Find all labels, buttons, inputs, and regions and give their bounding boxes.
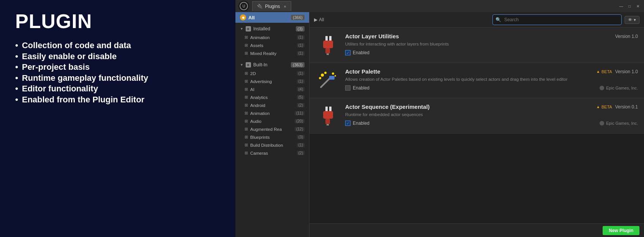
bullet-item: •Collection of code and data — [15, 40, 220, 51]
item-count-badge: (2) — [297, 151, 305, 155]
sidebar-item[interactable]: ⊞ Assets (1) — [235, 41, 309, 49]
warning-icon: ▲ — [596, 69, 600, 74]
item-count-badge: (1) — [297, 51, 305, 55]
sidebar-section-header[interactable]: ▼ ⊞ Installed (3) — [235, 24, 309, 33]
tab-bar: 🔌 Plugins × — [252, 1, 618, 11]
plugin-footer: ✓ Enabled — [345, 50, 638, 55]
svg-point-7 — [321, 74, 324, 77]
page-title: PLUGIN — [15, 11, 220, 31]
item-count-badge: (1) — [297, 43, 305, 47]
plugin-footer: Enabled Epic Games, Inc. — [345, 85, 638, 91]
breadcrumb-label: All — [319, 17, 324, 22]
ue-logo: U — [238, 1, 249, 11]
section-icon: ⊞ — [246, 62, 251, 67]
grid-icon: ⊞ — [245, 35, 248, 40]
grid-icon: ⊞ — [245, 119, 248, 124]
version-text: Version 1.0 — [615, 69, 638, 74]
plugin-description: Utilites for interacting with actor laye… — [345, 41, 638, 47]
plugin-card: Actor Sequence (Experimental) ▲BETA Vers… — [309, 98, 644, 133]
bullet-symbol: • — [15, 83, 18, 94]
sidebar-item[interactable]: ⊞ Audio (20) — [235, 117, 309, 125]
sidebar-item[interactable]: ⊞ Mixed Reality (1) — [235, 49, 309, 57]
sidebar-section: ▼ ⊞ Built-In (363) ⊞ 2D (1) ⊞ Advertisin… — [235, 59, 309, 159]
sidebar-item[interactable]: ⊞ Animation (1) — [235, 33, 309, 41]
sidebar-item-label: Assets — [250, 43, 264, 48]
plugin-icon — [316, 68, 340, 93]
version-text: Version 0.1 — [615, 104, 638, 110]
grid-icon: ⊞ — [245, 111, 248, 116]
grid-icon: ⊞ — [245, 103, 248, 108]
item-count-badge: (1) — [297, 71, 305, 75]
sidebar-section-header[interactable]: ▼ ⊞ Built-In (363) — [235, 60, 309, 69]
sidebar-item[interactable]: ⊞ Android (2) — [235, 101, 309, 109]
publisher-icon — [600, 121, 604, 126]
grid-icon: ⊞ — [245, 43, 248, 48]
grid-icon: ⊞ — [245, 71, 248, 76]
search-wrapper: 🔍 — [492, 14, 622, 25]
sidebar-item-label: Advertising — [250, 79, 272, 84]
enable-checkbox[interactable]: ✓ Enabled — [345, 121, 369, 126]
bullet-symbol: • — [15, 51, 18, 62]
plugin-info: Actor Layer Utilities Version 1.0 Utilit… — [345, 33, 638, 55]
sidebar-all-label: All — [248, 15, 255, 20]
sidebar-sections: ▼ ⊞ Installed (3) ⊞ Animation (1) ⊞ Asse… — [235, 23, 309, 159]
svg-rect-15 — [325, 119, 330, 124]
search-icon: 🔍 — [496, 17, 501, 22]
close-button[interactable]: ✕ — [635, 3, 641, 9]
maximize-button[interactable]: □ — [627, 3, 633, 9]
new-plugin-button[interactable]: New Plugin — [603, 226, 639, 235]
sidebar-item-label: Blueprints — [250, 135, 270, 140]
bullet-symbol: • — [15, 62, 18, 73]
version-text: Version 1.0 — [615, 34, 638, 39]
sidebar-item[interactable]: ⊞ Animation (11) — [235, 109, 309, 117]
sidebar-item-label: Animation — [250, 35, 270, 40]
sidebar-item[interactable]: ⊞ Analytics (5) — [235, 93, 309, 101]
svg-rect-12 — [325, 107, 328, 112]
enable-checkbox[interactable]: Enabled — [345, 85, 369, 91]
checkbox-input[interactable]: ✓ — [345, 50, 350, 55]
filter-button[interactable]: 👁 ▾ — [625, 16, 639, 24]
plugins-tab[interactable]: 🔌 Plugins × — [252, 1, 291, 11]
bullet-symbol: • — [15, 40, 18, 51]
tab-close-button[interactable]: × — [284, 4, 286, 9]
svg-rect-1 — [329, 36, 331, 41]
search-input[interactable] — [492, 14, 622, 25]
sidebar-item[interactable]: ⊞ AI (4) — [235, 85, 309, 93]
chevron-down-icon: ▼ — [240, 27, 243, 31]
svg-point-10 — [332, 72, 334, 75]
warning-icon: ▲ — [596, 105, 600, 109]
sidebar-item[interactable]: ⊞ Advertising (1) — [235, 77, 309, 85]
search-container: 🔍 👁 ▾ — [492, 14, 639, 25]
item-count-badge: (4) — [297, 87, 305, 91]
minimize-button[interactable]: — — [618, 3, 624, 9]
plugin-header: Actor Sequence (Experimental) ▲BETA Vers… — [345, 104, 638, 110]
title-bar: U 🔌 Plugins × — □ ✕ — [235, 0, 644, 12]
section-count: (3) — [296, 26, 305, 31]
bullet-item: •Enabled from the Plugin Editor — [15, 94, 220, 105]
sidebar-item-label: 2D — [250, 71, 256, 76]
sidebar-item-label: Cameras — [250, 151, 268, 155]
sidebar-item-label: Audio — [250, 119, 261, 124]
plugin-description: Allows creation of Actor Palettes based … — [345, 76, 638, 82]
sidebar-all-item[interactable]: ◉ All (366) — [235, 12, 309, 23]
svg-rect-4 — [327, 53, 329, 55]
grid-icon: ⊞ — [245, 51, 248, 56]
filter-icon: 👁 — [628, 17, 632, 22]
sidebar-item[interactable]: ⊞ Cameras (2) — [235, 149, 309, 157]
plugin-info: Actor Palette ▲BETA Version 1.0 Allows c… — [345, 68, 638, 91]
item-count-badge: (20) — [295, 119, 305, 123]
sidebar-item[interactable]: ⊞ Blueprints (3) — [235, 133, 309, 141]
item-count-badge: (3) — [297, 135, 305, 139]
plugin-version-area: ▲BETA Version 1.0 — [596, 69, 638, 74]
section-icon: ⊞ — [246, 26, 251, 31]
plugin-version-area: Version 1.0 — [615, 34, 638, 39]
sidebar-item[interactable]: ⊞ Augmented Rea (12) — [235, 125, 309, 133]
sidebar-item[interactable]: ⊞ Build Distribution (1) — [235, 141, 309, 149]
sidebar-item[interactable]: ⊞ 2D (1) — [235, 69, 309, 77]
window-controls: — □ ✕ — [618, 3, 641, 9]
bullet-symbol: • — [15, 73, 18, 84]
checkbox-input[interactable] — [345, 85, 350, 91]
checkbox-input[interactable]: ✓ — [345, 121, 350, 126]
plugin-footer: ✓ Enabled Epic Games, Inc. — [345, 121, 638, 126]
enable-checkbox[interactable]: ✓ Enabled — [345, 50, 369, 55]
